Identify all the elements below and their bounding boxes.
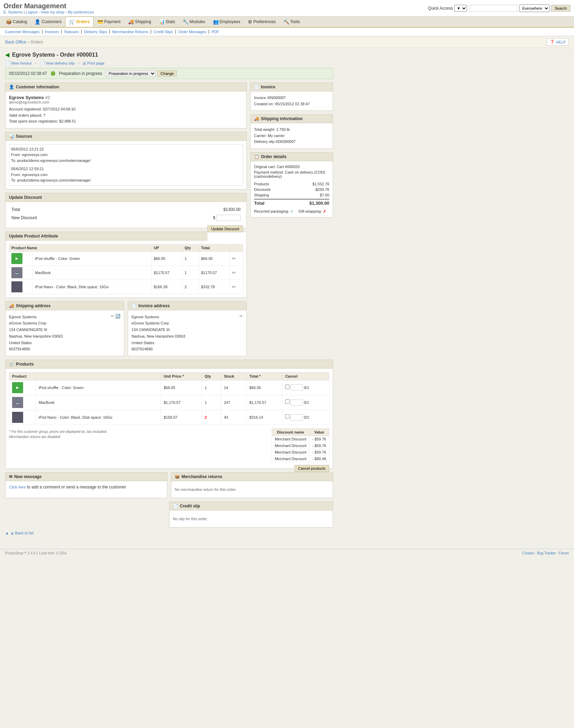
cancel-qty-input-2[interactable]: [291, 399, 303, 406]
order-totals: Products $1,552.76 Discounts -$259.76 Sh…: [254, 181, 329, 206]
tab-employees[interactable]: 👥Employees: [209, 17, 244, 27]
quick-access-select[interactable]: ▼: [454, 5, 467, 12]
gift-x-icon: ✗: [323, 209, 326, 213]
shipping-delivery-slip: Delivery slip #DE000007: [254, 139, 329, 145]
update-product-attr-header: Update Product Attribute: [6, 232, 207, 241]
tab-shipping[interactable]: 🚚Shipping: [124, 17, 155, 27]
status-label: Preparation in progress: [59, 71, 102, 76]
cancel-qty-input-1[interactable]: [291, 385, 303, 391]
view-delivery-link[interactable]: 📄 View delivery slip: [40, 61, 75, 65]
credit-slip-icon: 📄: [173, 504, 178, 508]
product-total-3: $316.14: [246, 410, 282, 425]
breadcrumb-trail: Back Office › Orders: [5, 40, 43, 45]
sources-icon: 📊: [9, 134, 14, 139]
search-button[interactable]: Search: [551, 5, 571, 12]
click-here-link[interactable]: Click here: [9, 485, 27, 489]
refresh-address-icon[interactable]: 🔄: [115, 314, 120, 319]
footer-forum-link[interactable]: Forum: [559, 551, 569, 555]
product-name-1: iPod shuffle - Color: Green: [36, 380, 161, 395]
view-shop-link[interactable]: View my shop: [41, 10, 64, 14]
edit-product-1-icon[interactable]: ✏: [232, 256, 236, 261]
edit-product-3-icon[interactable]: ✏: [232, 284, 236, 290]
load-time: Load time: 0.155s: [39, 551, 67, 555]
tax-note: * For this customer group, prices are di…: [9, 430, 265, 434]
shipping-address-actions: ✏ 🔄: [111, 314, 120, 319]
products-header: 🛒 Products: [6, 360, 333, 369]
cancel-qty-input-3[interactable]: [291, 414, 303, 420]
edit-product-2-icon[interactable]: ✏: [232, 270, 236, 275]
product-price-3: $158.07: [161, 410, 202, 425]
product-attr-total-1: $66.05: [199, 251, 230, 265]
discount-new-row: New Discount $: [10, 214, 242, 222]
subnav-delivery-slips[interactable]: Delivery Slips: [82, 29, 108, 35]
tab-customers[interactable]: 👤Customers: [31, 17, 65, 27]
page-title: Order Management: [3, 2, 94, 10]
subnav-order-messages[interactable]: Order Messages: [177, 29, 207, 35]
sources-list[interactable]: 05/6/2012 13:21:22 From: egrovesys.com T…: [9, 144, 243, 186]
products-notes: * For this customer group, prices are di…: [9, 428, 265, 439]
cancel-checkbox-1[interactable]: [285, 385, 290, 389]
back-to-list-link[interactable]: ▲ ▲ Back to list: [5, 531, 333, 535]
cancel-products-button[interactable]: Cancel products: [294, 465, 330, 472]
tab-payment[interactable]: 💳Payment: [94, 17, 124, 27]
search-input[interactable]: [470, 5, 518, 12]
tab-tools[interactable]: 🔨Tools: [280, 17, 304, 27]
tab-stats[interactable]: 📊Stats: [155, 17, 179, 27]
status-icon: 🟢: [50, 71, 56, 76]
order-right-col: 📄 Invoice Invoice #IN000007 Created on: …: [250, 82, 333, 360]
cancel-qty-label-2: 0/1: [304, 400, 309, 405]
change-status-button[interactable]: Change: [157, 70, 177, 77]
print-page-link[interactable]: 🖨 Print page: [82, 61, 104, 65]
order-created-at: 05/15/2012 02:38:47: [9, 71, 47, 76]
invoice-section: 📄 Invoice Invoice #IN000007 Created on: …: [250, 82, 333, 111]
my-preferences-link[interactable]: My preferences: [68, 10, 94, 14]
edit-invoice-addr-icon[interactable]: ✏: [240, 314, 243, 319]
footer-bug-tracker-link[interactable]: Bug Tracker: [537, 551, 556, 555]
product-attr-name-2: MacBook: [33, 265, 152, 280]
new-message-section: ✉ New message Click here to add a commen…: [5, 472, 167, 498]
cancel-checkbox-2[interactable]: [285, 399, 290, 404]
source-from-1: From: egrovesys.com: [11, 152, 241, 158]
product-price-1: $66.05: [161, 380, 202, 395]
product-thumb-3: 🎵: [11, 281, 22, 292]
tab-preferences[interactable]: ⚙Preferences: [244, 17, 280, 27]
logout-link[interactable]: Logout: [26, 10, 38, 14]
tab-orders[interactable]: 🛒Orders: [65, 17, 93, 27]
breadcrumb-backoffice[interactable]: Back Office: [5, 40, 26, 45]
customer-icon: 👤: [9, 85, 14, 89]
new-message-description: to add a comment or send a message to th…: [27, 485, 126, 489]
subnav-pdf[interactable]: PDF: [210, 29, 221, 35]
subnav-credit-slips[interactable]: Credit Slips: [152, 29, 174, 35]
update-discount-button[interactable]: Update Discount: [207, 225, 243, 232]
subnav-invoices[interactable]: Invoices: [43, 29, 60, 35]
col-product-name: Product Name: [9, 244, 152, 251]
user-link-esystems[interactable]: E. Systems: [3, 10, 23, 14]
quick-access-area: Quick Access ▼: [428, 5, 467, 12]
subnav-merchandise-returns[interactable]: Merchandise Returns: [111, 29, 150, 35]
footer-contact-link[interactable]: Contact: [522, 551, 534, 555]
product-attr-row-3: 🎵 iPod Nano - Color: Black, Disk space: …: [9, 280, 243, 294]
product-attr-qty-2: 1: [182, 265, 199, 280]
packaging-row: Recycled packaging: ✓ Gift wrapping: ✗: [254, 209, 329, 214]
new-discount-input[interactable]: [216, 215, 241, 221]
tab-catalog[interactable]: 📦Catalog: [2, 17, 31, 27]
sources-section: 📊 Sources 05/6/2012 13:21:22 From: egrov…: [5, 132, 247, 190]
edit-address-icon[interactable]: ✏: [111, 314, 114, 319]
status-change-select[interactable]: Preparation in progress: [106, 70, 156, 77]
totals-products: Products $1,552.76: [254, 181, 329, 187]
no-return-text: No merchandise return for this order.: [175, 485, 329, 494]
view-invoice-link[interactable]: 📄 View invoice: [5, 61, 32, 65]
col-discount-value: Value: [309, 428, 329, 436]
products-header-row: Product Unit Price * Qty Stock Total * C…: [9, 372, 329, 380]
subnav-statuses[interactable]: Statuses: [62, 29, 80, 35]
new-message-content: Click here to add a comment or send a me…: [6, 481, 167, 493]
search-scope-select[interactable]: Everywhere: [519, 4, 549, 12]
product-attr-table: Product Name UP Qty Total ▶ iPod shuffle…: [9, 244, 243, 294]
status-change-area: Preparation in progress Change: [106, 70, 177, 77]
cancel-checkbox-3[interactable]: [285, 414, 290, 419]
tab-modules[interactable]: 🔧Modules: [179, 17, 209, 27]
help-button[interactable]: ❓ HELP: [547, 38, 569, 46]
subnav-customer-messages[interactable]: Customer Messages: [3, 29, 41, 35]
discounts-area: Discount name Value Merchant Discount - …: [272, 428, 329, 462]
product-stock-1: 14: [221, 380, 246, 395]
